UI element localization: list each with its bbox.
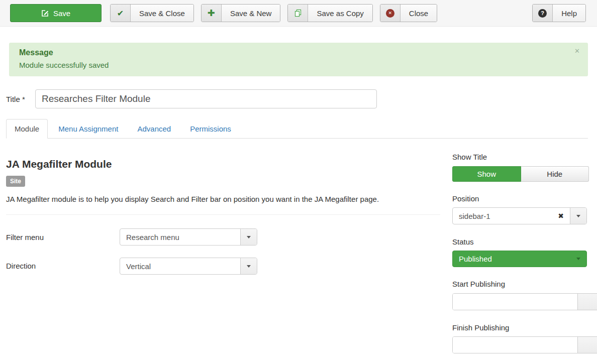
finish-publishing-label: Finish Publishing: [452, 323, 509, 332]
save-button-label: Save: [53, 9, 70, 18]
alert-close-icon[interactable]: ✕: [574, 47, 580, 55]
position-label: Position: [452, 194, 479, 203]
direction-value: Vertical: [120, 258, 240, 274]
start-publishing-field: [452, 293, 597, 310]
filter-menu-value: Research menu: [120, 229, 240, 245]
calendar-icon[interactable]: [577, 337, 597, 353]
start-publishing-input[interactable]: [453, 294, 577, 310]
tab-menu-assignment[interactable]: Menu Assignment: [50, 119, 127, 139]
close-button[interactable]: ✕ Close: [380, 4, 437, 22]
finish-publishing-input[interactable]: [453, 337, 577, 353]
chevron-down-icon: [576, 258, 580, 260]
alert-body: Module successfully saved: [19, 61, 578, 69]
toolbar: Save ✔ Save & Close ✚ Save & New Save as…: [0, 0, 597, 27]
check-icon: ✔: [111, 5, 131, 22]
help-label: Help: [553, 5, 585, 22]
chevron-down-icon: [240, 229, 257, 245]
tab-bar: Module Menu Assignment Advanced Permissi…: [6, 119, 588, 139]
chevron-down-icon[interactable]: [570, 208, 586, 224]
help-button[interactable]: ? Help: [532, 4, 586, 22]
save-new-label: Save & New: [222, 5, 280, 22]
module-heading: JA Megafilter Module: [6, 158, 112, 170]
module-edit-page: Save ✔ Save & Close ✚ Save & New Save as…: [0, 0, 597, 364]
position-value: sidebar-1: [453, 208, 558, 224]
save-copy-button[interactable]: Save as Copy: [287, 4, 372, 22]
save-icon: [41, 9, 49, 17]
tab-advanced[interactable]: Advanced: [129, 119, 179, 139]
copy-icon: [288, 5, 308, 22]
chevron-down-icon: [240, 258, 257, 274]
show-title-toggle: Show Hide: [452, 166, 589, 182]
calendar-icon[interactable]: [577, 294, 597, 310]
filter-menu-select[interactable]: Research menu: [120, 228, 257, 246]
start-publishing-label: Start Publishing: [452, 280, 505, 288]
plus-icon: ✚: [202, 5, 222, 22]
save-new-button[interactable]: ✚ Save & New: [201, 4, 281, 22]
title-label: Title *: [6, 95, 25, 103]
clear-icon[interactable]: ✖: [558, 212, 564, 220]
tab-permissions[interactable]: Permissions: [181, 119, 240, 139]
save-button[interactable]: Save: [10, 4, 102, 22]
save-close-label: Save & Close: [131, 5, 193, 22]
save-copy-label: Save as Copy: [308, 5, 372, 22]
module-description: JA Megafilter module is to help you disp…: [6, 195, 440, 203]
close-label: Close: [401, 5, 437, 22]
filter-menu-label: Filter menu: [6, 233, 44, 241]
close-circle-icon: ✕: [380, 5, 401, 22]
save-close-button[interactable]: ✔ Save & Close: [110, 4, 194, 22]
site-badge: Site: [6, 176, 25, 187]
direction-label: Direction: [6, 262, 36, 270]
direction-select[interactable]: Vertical: [120, 258, 257, 275]
tab-module[interactable]: Module: [6, 119, 48, 139]
show-option-button[interactable]: Show: [452, 166, 521, 182]
status-dropdown[interactable]: Published: [452, 251, 587, 267]
hide-option-button[interactable]: Hide: [521, 166, 589, 182]
finish-publishing-field: [452, 336, 597, 353]
status-label: Status: [452, 237, 474, 246]
status-value: Published: [459, 255, 492, 263]
title-input[interactable]: [35, 89, 377, 108]
position-combobox[interactable]: sidebar-1 ✖: [452, 207, 587, 224]
show-title-label: Show Title: [452, 153, 487, 161]
alert-title: Message: [19, 48, 578, 57]
success-alert: Message Module successfully saved ✕: [9, 43, 588, 76]
content-divider: [6, 214, 440, 215]
help-icon: ?: [533, 5, 553, 22]
